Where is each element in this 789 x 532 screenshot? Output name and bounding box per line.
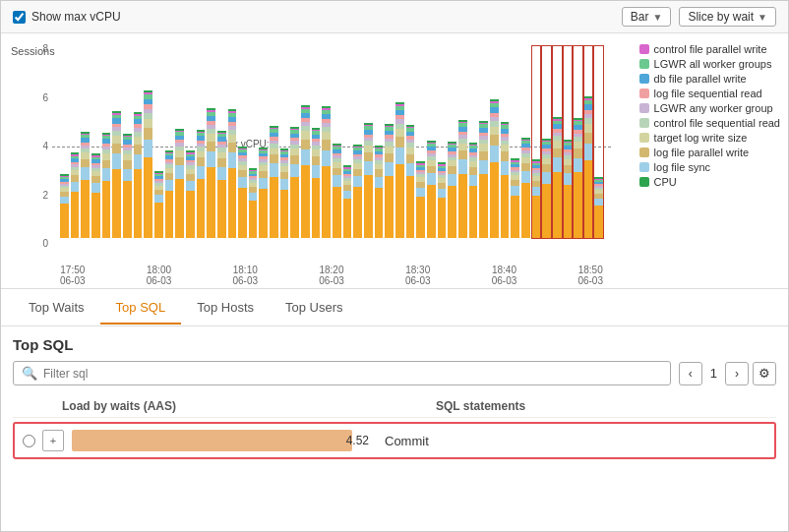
search-box: 🔍	[13, 361, 671, 385]
bar-segment	[123, 160, 132, 168]
bar-group[interactable]	[280, 46, 289, 238]
bar-segment	[574, 158, 582, 173]
bar-group[interactable]	[165, 46, 174, 238]
bar-group[interactable]	[479, 46, 488, 238]
bar-group[interactable]	[186, 46, 195, 238]
bar-group[interactable]	[542, 46, 551, 238]
bar-segment	[490, 127, 499, 135]
bar-group[interactable]	[197, 46, 206, 238]
bar-group[interactable]	[458, 46, 467, 238]
bar-segment	[165, 173, 174, 180]
tab-top-users[interactable]: Top Users	[270, 292, 359, 325]
bar-segment	[395, 164, 404, 238]
bar-group[interactable]	[154, 46, 163, 238]
top-sql-section: Top SQL 🔍 ‹ 1 › ⚙ Load by waits (AAS) SQ…	[1, 326, 788, 465]
bar-group[interactable]	[259, 46, 268, 238]
bar-group[interactable]	[594, 46, 603, 238]
bar-group[interactable]	[134, 46, 143, 238]
bar-group[interactable]	[353, 46, 362, 238]
bar-group[interactable]	[448, 46, 456, 238]
bar-segment	[364, 152, 373, 161]
bar-segment	[594, 206, 603, 238]
bar-segment	[594, 199, 603, 206]
tab-top-waits[interactable]: Top Waits	[13, 292, 100, 325]
col-header-load: Load by waits (AAS)	[62, 399, 436, 413]
bar-group[interactable]	[375, 46, 384, 238]
bar-group[interactable]	[112, 46, 121, 238]
bar-segment	[186, 174, 195, 181]
show-max-vcpu-checkbox-group: Show max vCPU	[13, 10, 121, 24]
bar-segment	[259, 178, 268, 189]
slice-by-wait-button[interactable]: Slice by wait ▼	[679, 7, 776, 27]
bar-group[interactable]	[102, 46, 111, 238]
bar-segment	[584, 124, 593, 133]
bar-group[interactable]	[584, 46, 593, 238]
bar-segment	[564, 185, 573, 238]
next-page-button[interactable]: ›	[725, 362, 749, 385]
bar-group[interactable]	[438, 46, 447, 238]
bar-group[interactable]	[564, 46, 573, 238]
tab-top-sql[interactable]: Top SQL	[100, 292, 182, 325]
bar-group[interactable]	[490, 46, 499, 238]
bar-segment	[584, 160, 593, 238]
prev-page-button[interactable]: ‹	[679, 362, 702, 385]
bar-group[interactable]	[301, 46, 310, 238]
bar-group[interactable]	[343, 46, 352, 238]
bar-group[interactable]	[395, 46, 404, 238]
bar-group[interactable]	[416, 46, 425, 238]
bar-group[interactable]	[175, 46, 184, 238]
search-icon: 🔍	[22, 366, 37, 381]
legend-item: db file parallel write	[639, 73, 780, 85]
bar-group[interactable]	[207, 46, 215, 238]
bar-group[interactable]	[290, 46, 299, 238]
row-radio[interactable]	[23, 435, 42, 447]
bar-group[interactable]	[217, 46, 226, 238]
chart-bars	[60, 46, 603, 238]
show-max-vcpu-checkbox[interactable]	[13, 11, 26, 24]
bar-group[interactable]	[228, 46, 237, 238]
search-input[interactable]	[43, 367, 662, 381]
bar-group[interactable]	[532, 46, 541, 238]
bar-group[interactable]	[322, 46, 331, 238]
bar-segment	[186, 191, 195, 238]
tab-top-hosts[interactable]: Top Hosts	[181, 292, 270, 325]
bar-select-button[interactable]: Bar ▼	[622, 7, 672, 27]
bar-segment	[501, 151, 510, 160]
bar-segment	[175, 165, 184, 178]
row-radio-input[interactable]	[23, 435, 35, 447]
bar-group[interactable]	[385, 46, 394, 238]
bar-segment	[123, 169, 132, 182]
bar-group[interactable]	[312, 46, 321, 238]
bar-group[interactable]	[427, 46, 436, 238]
bar-group[interactable]	[123, 46, 132, 238]
bar-segment	[259, 171, 268, 178]
bar-group[interactable]	[553, 46, 562, 238]
bar-group[interactable]	[406, 46, 415, 238]
bar-group[interactable]	[270, 46, 278, 238]
bar-segment	[458, 159, 467, 173]
slice-label: Slice by wait	[688, 10, 754, 24]
bar-segment	[406, 154, 415, 163]
bar-segment	[574, 148, 582, 158]
bar-group[interactable]	[501, 46, 510, 238]
bar-segment	[144, 128, 152, 140]
bar-group[interactable]	[238, 46, 247, 238]
bar-group[interactable]	[574, 46, 582, 238]
bar-group[interactable]	[144, 46, 152, 238]
bar-group[interactable]	[469, 46, 478, 238]
bar-group[interactable]	[364, 46, 373, 238]
x-label-1: 18:0006-03	[147, 265, 172, 286]
bar-group[interactable]	[91, 46, 100, 238]
legend-label: target log write size	[654, 132, 748, 144]
bar-group[interactable]	[333, 46, 341, 238]
bar-segment	[532, 196, 541, 238]
row-expand-button[interactable]: +	[42, 430, 64, 451]
bar-group[interactable]	[60, 46, 69, 238]
bar-group[interactable]	[521, 46, 530, 238]
bar-group[interactable]	[71, 46, 80, 238]
legend-label: db file parallel write	[654, 73, 747, 85]
bar-group[interactable]	[81, 46, 90, 238]
bar-group[interactable]	[511, 46, 519, 238]
bar-group[interactable]	[249, 46, 258, 238]
table-settings-button[interactable]: ⚙	[753, 362, 776, 385]
